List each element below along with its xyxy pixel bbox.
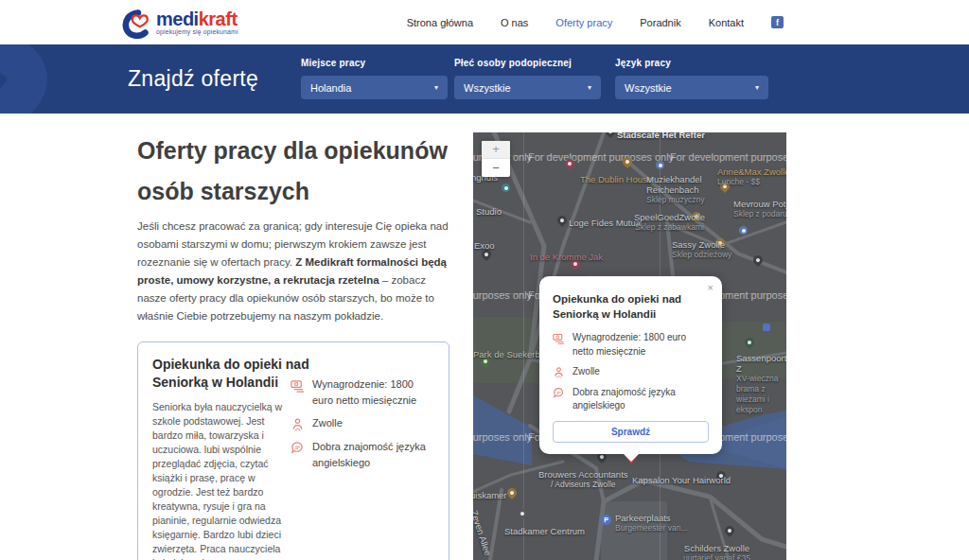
- map-tile-gridline: [523, 132, 524, 560]
- job-card-description: Seniorka była nauczycielką w szkole pods…: [152, 400, 292, 560]
- map-label: uiskamer: [473, 490, 507, 500]
- transit-icon: [763, 324, 770, 331]
- map-label: Brouwers Accountants/ Adviseurs Zwolle: [538, 469, 628, 490]
- popup-detail-location-text: Zwolle: [573, 365, 600, 379]
- intro-paragraph: Jeśli chcesz pracować za granicą; gdy in…: [137, 218, 449, 325]
- map-label-sub: Sklep z zabawkami: [634, 222, 705, 233]
- salary-icon: [553, 332, 565, 344]
- dev-watermark: For development purposes only: [528, 151, 674, 163]
- map-label: Stadkamer Centrum: [504, 526, 585, 536]
- nav-oferty-pracy[interactable]: Oferty pracy: [555, 17, 612, 28]
- dev-watermark: For development purposes only: [670, 151, 786, 163]
- filter-label-gender: Płeć osoby podopiecznej: [454, 58, 601, 68]
- zoom-in-button[interactable]: +: [482, 141, 510, 159]
- nav-o-nas[interactable]: O nas: [501, 17, 528, 28]
- chevron-down-icon: ▾: [588, 83, 591, 92]
- map-label-text: Mevrouw Potjes (voorheen Jojo &: [733, 199, 786, 209]
- map-label-text: Sassenpoort Z: [736, 353, 786, 374]
- detail-location: Zwolle: [291, 415, 437, 431]
- page: medikraft opiekujemy się opiekunami Stro…: [0, 0, 969, 560]
- facebook-icon[interactable]: f: [771, 16, 784, 28]
- chevron-down-icon: ▾: [434, 83, 438, 92]
- map-label: Loge Fides Mutua: [569, 218, 641, 228]
- filter-label-language: Język pracy: [615, 58, 768, 68]
- find-offer-title: Znajdź ofertę: [128, 66, 258, 92]
- dev-watermark: For development purposes only: [473, 431, 532, 443]
- zoom-out-button[interactable]: −: [482, 159, 510, 177]
- map-label-text: Schilders Zwolle: [684, 543, 749, 553]
- map-label-text: Parkeerplaats: [615, 513, 671, 523]
- map-zoom-controls: + −: [482, 140, 510, 177]
- map-label-sub: Lunche - $$: [717, 177, 786, 187]
- map-label-sub: / Adviseurs Zwolle: [538, 480, 628, 490]
- map-label: Anne&Max ZwolleLunche - $$: [717, 166, 786, 187]
- map-label: Exoo: [474, 240, 495, 251]
- header: medikraft opiekujemy się opiekunami Stro…: [0, 0, 969, 44]
- location-select-value: Holandia: [310, 82, 351, 94]
- filter-label-location: Miejsce pracy: [301, 58, 448, 68]
- popup-detail-location: Zwolle: [553, 365, 709, 379]
- logo[interactable]: medikraft opiekujemy się opiekunami: [120, 7, 238, 39]
- page-title: Oferty pracy dla opiekunów osób starszyc…: [137, 131, 449, 212]
- map-label-sub: Burgemeester van...: [615, 523, 688, 534]
- map-label: Schilders Zwolleuurtarief vanaf €35: [683, 543, 750, 560]
- offers-column: Oferty pracy dla opiekunów osób starszyc…: [137, 114, 449, 560]
- main-nav: Strona główna O nas Oferty pracy Poradni…: [407, 16, 784, 28]
- popup-detail-language-text: Dobra znajomość języka angielskiego: [573, 386, 705, 413]
- poi-pin: [502, 184, 510, 192]
- filter-group-gender: Płeć osoby podopiecznej Wszystkie ▾: [454, 58, 601, 99]
- map-label-sub: Sklep odzieżowy: [672, 250, 731, 260]
- map-offer-popup: × Opiekunka do opieki nad Seniorką w Hol…: [539, 276, 722, 454]
- detail-language: Dobra znajomość języka angielskiego: [291, 439, 437, 470]
- map-label: Studio: [476, 206, 502, 217]
- nav-kontakt[interactable]: Kontakt: [709, 17, 744, 28]
- location-person-icon: [553, 366, 565, 378]
- map-label-text: Sassy Zwolle: [672, 239, 725, 250]
- gender-select[interactable]: Wszystkie ▾: [454, 76, 601, 99]
- language-icon: [291, 441, 305, 455]
- map-label: ParkeerplaatsBurgemeester van...: [615, 513, 688, 534]
- map-label-text: SpeelGoedZwolle: [634, 212, 705, 222]
- map-label: Park de Suekerbult: [473, 349, 550, 359]
- close-icon[interactable]: ×: [708, 282, 714, 293]
- map-label-text: Brouwers Accountants: [538, 469, 628, 480]
- popup-details: Wynagrodzenie: 1800 euro netto miesięczn…: [553, 331, 709, 413]
- map-label: Sassenpoort ZXV-wieczna brama z wieżami …: [736, 353, 786, 415]
- popup-title: Opiekunka do opieki nad Seniorką w Holan…: [553, 291, 709, 322]
- job-card: Opiekunka do opieki nad Seniorką w Holan…: [137, 341, 449, 560]
- popup-check-offer-button[interactable]: Sprawdź: [553, 421, 709, 443]
- map-label-sub: XV-wieczna brama z wieżami i ekspon: [736, 374, 786, 415]
- map-label: Muziekhandel ReichenbachSklep muzyczny: [646, 174, 709, 205]
- nav-strona-glowna[interactable]: Strona główna: [407, 17, 473, 28]
- dev-watermark: For development purposes only: [473, 289, 532, 301]
- shop-pin: [739, 226, 748, 235]
- medikraft-heart-icon: [120, 7, 152, 39]
- location-select[interactable]: Holandia ▾: [301, 76, 448, 99]
- gender-select-value: Wszystkie: [464, 82, 511, 94]
- filter-group-language: Język pracy Wszystkie ▾: [615, 58, 768, 99]
- detail-salary: Wynagrodzenie: 1800 euro netto miesięczn…: [291, 376, 437, 408]
- map-label-sub: Sklep z podarunkam: [733, 209, 786, 219]
- shop-pin: [656, 161, 664, 169]
- map-label: SpeelGoedZwolleSklep z zabawkami: [634, 212, 705, 233]
- popup-detail-salary: Wynagrodzenie: 1800 euro netto miesięczn…: [553, 331, 709, 359]
- salary-icon: [291, 378, 305, 393]
- map[interactable]: For development purposes only For develo…: [473, 132, 786, 560]
- language-select[interactable]: Wszystkie ▾: [615, 76, 768, 99]
- popup-detail-language: Dobra znajomość języka angielskiego: [553, 386, 709, 413]
- parking-icon: P: [601, 515, 611, 525]
- map-label: Kapsalon Your Hairworld: [632, 475, 731, 485]
- map-label: Stadscafé Het Refter: [617, 132, 705, 140]
- filter-bar: Znajdź ofertę Miejsce pracy Holandia ▾ P…: [0, 44, 969, 114]
- logo-tagline: opiekujemy się opiekunami: [156, 28, 238, 35]
- map-label-sub: Sklep muzyczny: [646, 195, 709, 205]
- nav-poradnik[interactable]: Poradnik: [640, 17, 680, 28]
- map-label: The Dublin House: [580, 174, 652, 184]
- map-label-text: Muziekhandel Reichenbach: [646, 174, 702, 195]
- detail-salary-text: Wynagrodzenie: 1800 euro netto miesięczn…: [312, 376, 433, 408]
- language-icon: [553, 387, 565, 399]
- location-person-icon: [291, 417, 305, 431]
- map-label-sub: uurtarief vanaf €35: [683, 553, 750, 560]
- map-label-text: Anne&Max Zwolle: [717, 166, 786, 177]
- map-label: Sassy ZwolleSklep odzieżowy: [672, 239, 731, 260]
